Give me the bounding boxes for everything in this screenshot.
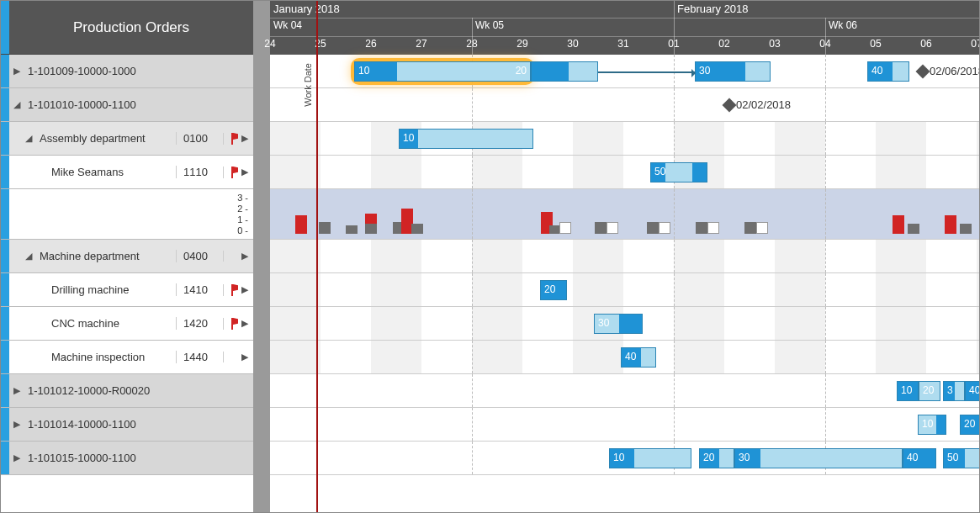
bar-label: 30 <box>739 452 750 463</box>
flag-icon <box>230 284 240 296</box>
gantt-bar[interactable]: 10 <box>399 129 533 149</box>
chevron-right-icon[interactable]: ▶ <box>241 133 250 144</box>
collapse-icon[interactable]: ◢ <box>21 251 36 262</box>
gantt-row[interactable]: 40 <box>270 341 979 374</box>
bar-label: 20 <box>516 65 527 77</box>
load-bar <box>756 222 768 234</box>
load-bar <box>893 215 904 234</box>
gantt-pane: January 2018February 2018Wk 04Wk 05Wk 06… <box>270 1 979 512</box>
tree-row[interactable]: ▶1-101014-10000-1100 <box>1 408 253 442</box>
month-label: January 2018 <box>273 3 340 15</box>
row-code: 0100 <box>176 132 223 145</box>
chevron-right-icon[interactable]: ▶ <box>241 318 250 329</box>
bar-label: 40 <box>969 384 980 396</box>
chevron-right-icon[interactable]: ▶ <box>241 251 250 262</box>
gantt-bar[interactable]: 20 <box>919 381 940 401</box>
tree-row[interactable]: ▶1-101012-10000-R00020 <box>1 374 253 408</box>
gantt-bar[interactable]: 30 <box>734 448 903 468</box>
chevron-right-icon[interactable]: ▶ <box>241 284 250 295</box>
expand-icon[interactable]: ▶ <box>9 452 24 463</box>
load-bar <box>559 222 571 234</box>
load-bar <box>647 222 659 234</box>
tree-row[interactable]: ◢1-101010-10000-1100 <box>1 88 253 122</box>
tree-row[interactable]: ◢Machine department0400▶ <box>1 240 253 273</box>
tree-row[interactable]: Mike Seamans1110▶ <box>1 156 253 189</box>
gantt-bar[interactable]: 40 <box>965 381 980 401</box>
bar-label: 40 <box>625 351 636 362</box>
row-label: 1-101014-10000-1100 <box>24 418 253 431</box>
gantt-bar[interactable] <box>531 61 598 82</box>
tree-row[interactable]: Machine inspection1440▶ <box>1 341 253 374</box>
tree-row[interactable]: Drilling machine1410▶ <box>1 273 253 307</box>
gantt-row[interactable]: 10 <box>270 122 979 156</box>
gantt-bar[interactable]: 20 <box>699 448 734 468</box>
row-label: 1-101012-10000-R00020 <box>24 384 253 397</box>
row-label: Machine inspection <box>48 351 176 363</box>
bar-label: 30 <box>699 65 710 77</box>
load-bar <box>659 222 670 234</box>
expand-icon[interactable]: ▶ <box>9 385 24 396</box>
load-bar <box>945 215 956 234</box>
gantt-row[interactable]: 02/02/2018 <box>270 88 979 122</box>
gantt-bar[interactable]: 10 <box>897 381 919 401</box>
gantt-bar[interactable]: 3 <box>943 381 965 401</box>
bar-label: 10 <box>613 452 624 463</box>
gantt-bar[interactable]: 10 <box>918 415 946 435</box>
collapse-icon[interactable]: ◢ <box>9 99 24 110</box>
gantt-bar[interactable]: 40 <box>903 448 936 468</box>
day-label[interactable]: 29 <box>497 38 548 50</box>
day-label[interactable]: 27 <box>396 38 447 50</box>
day-label[interactable]: 06 <box>901 38 951 50</box>
day-label[interactable]: 31 <box>598 38 649 50</box>
tree-row[interactable]: ▶1-101009-10000-1000 <box>1 55 253 88</box>
day-label[interactable]: 05 <box>850 38 901 50</box>
gantt-row[interactable]: 50 <box>270 156 979 189</box>
gantt-row[interactable]: 20 <box>270 273 979 307</box>
gantt-bar[interactable]: 50 <box>650 162 707 182</box>
gantt-bar[interactable]: 1020 <box>354 61 531 82</box>
day-label[interactable]: 07 <box>951 38 980 50</box>
milestone-label: 02/06/2018 <box>930 65 980 77</box>
dependency-arrow <box>598 71 695 73</box>
day-label[interactable]: 03 <box>750 38 800 50</box>
bar-label: 10 <box>358 65 369 77</box>
gantt-bar[interactable]: 30 <box>695 61 771 82</box>
splitter[interactable] <box>253 1 270 512</box>
tree-row[interactable]: CNC machine1420▶ <box>1 307 253 341</box>
row-label: Assembly department <box>36 132 176 145</box>
gantt-bar[interactable]: 50 <box>943 448 980 468</box>
day-label[interactable]: 24 <box>245 38 295 50</box>
gantt-bar[interactable]: 10 <box>609 448 691 468</box>
day-label[interactable]: 26 <box>346 38 396 50</box>
gantt-bar[interactable]: 20 <box>960 415 980 435</box>
day-label[interactable]: 30 <box>548 38 598 50</box>
bar-label: 3 <box>947 384 953 396</box>
day-label[interactable]: 01 <box>649 38 699 50</box>
chevron-right-icon[interactable]: ▶ <box>241 352 250 362</box>
gantt-bar[interactable]: 40 <box>621 347 656 368</box>
milestone-label: 02/02/2018 <box>736 98 791 111</box>
gantt-row[interactable]: 1020304002/06/2018 <box>270 55 979 88</box>
day-label[interactable]: 25 <box>295 38 346 50</box>
gantt-bar[interactable]: 20 <box>540 280 567 300</box>
gantt-bar[interactable]: 40 <box>867 61 909 82</box>
gantt-row[interactable]: 102034050 <box>270 374 979 408</box>
week-label: Wk 05 <box>475 19 504 31</box>
bar-label: 40 <box>871 65 882 77</box>
expand-icon[interactable]: ▶ <box>9 66 24 77</box>
bar-label: 10 <box>901 384 912 396</box>
gantt-row[interactable]: 1020304050 <box>270 442 979 475</box>
gantt-bar[interactable]: 30 <box>594 314 643 334</box>
bar-label: 20 <box>964 418 975 430</box>
axis-tick: 2 - <box>237 204 248 214</box>
chevron-right-icon[interactable]: ▶ <box>241 167 250 177</box>
tree-row[interactable]: ▶1-101015-10000-1100 <box>1 442 253 475</box>
axis-tick: 3 - <box>237 193 248 204</box>
gantt-row[interactable]: 1020304 <box>270 408 979 442</box>
tree-row[interactable]: ◢Assembly department0100▶ <box>1 122 253 156</box>
gantt-row[interactable]: 30 <box>270 307 979 341</box>
collapse-icon[interactable]: ◢ <box>21 133 36 144</box>
gantt-row[interactable] <box>270 240 979 273</box>
day-label[interactable]: 02 <box>699 38 750 50</box>
expand-icon[interactable]: ▶ <box>9 419 24 430</box>
